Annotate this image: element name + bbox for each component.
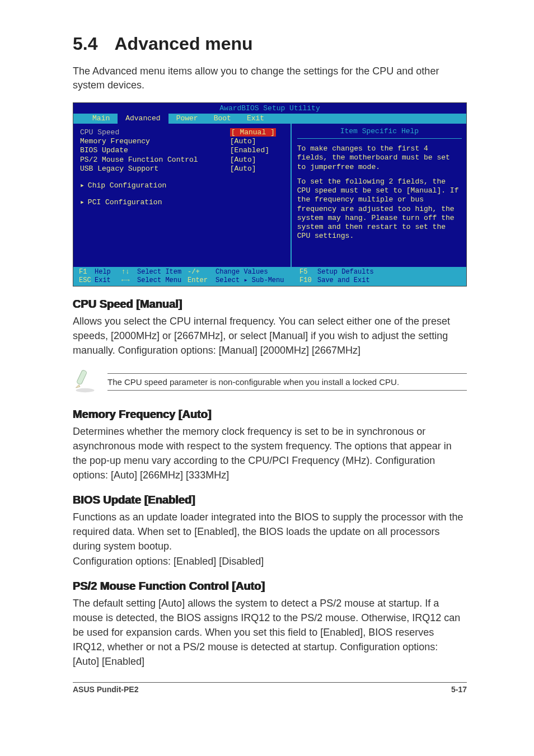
pencil-note-icon bbox=[73, 369, 97, 396]
bios-tab-main[interactable]: Main bbox=[85, 114, 118, 124]
footer-right: 5-17 bbox=[451, 685, 467, 694]
bios-value-memory-frequency: [Auto] bbox=[230, 137, 286, 146]
bios-item-usb-legacy[interactable]: USB Legacy Support bbox=[80, 165, 230, 173]
heading-number: 5.4 bbox=[73, 34, 97, 54]
bios-submenu-chip[interactable]: ▸Chip Configuration bbox=[80, 181, 286, 190]
bios-item-memory-frequency[interactable]: Memory Frequency bbox=[80, 137, 230, 146]
section-head-cpu-speed: CPU Speed [Manual] bbox=[73, 298, 467, 311]
section-head-memory-frequency: Memory Frequency [Auto] bbox=[73, 408, 467, 421]
svg-point-0 bbox=[76, 388, 95, 392]
bios-screenshot: AwardBIOS Setup Utility Main Advanced Po… bbox=[73, 102, 467, 286]
page-heading: 5.4Advanced menu bbox=[73, 34, 467, 54]
arrow-icon: ▸ bbox=[80, 198, 85, 206]
bios-tab-power[interactable]: Power bbox=[168, 114, 206, 124]
arrow-icon: ▸ bbox=[80, 181, 85, 190]
bios-item-ps2-mouse[interactable]: PS/2 Mouse Function Control bbox=[80, 156, 230, 165]
page-footer: ASUS Pundit-PE2 5-17 bbox=[73, 682, 467, 694]
heading-title: Advanced menu bbox=[114, 34, 252, 54]
bios-item-bios-update[interactable]: BIOS Update bbox=[80, 146, 230, 155]
section-head-ps2-mouse: PS/2 Mouse Function Control [Auto] bbox=[73, 580, 467, 593]
section-body-bios-update: Functions as an update loader integrated… bbox=[73, 510, 467, 568]
bios-value-bios-update: [Enabled] bbox=[230, 146, 286, 155]
bios-item-cpu-speed[interactable]: CPU Speed bbox=[80, 128, 230, 137]
svg-rect-1 bbox=[76, 370, 87, 385]
bios-left-pane: CPU Speed [ Manual ] Memory Frequency [A… bbox=[73, 124, 292, 267]
bios-help-p2: To set the following 2 fields, the CPU s… bbox=[297, 177, 462, 241]
bios-value-ps2-mouse: [Auto] bbox=[230, 156, 286, 165]
note-text: The CPU speed parameter is non-configura… bbox=[107, 373, 467, 391]
note-block: The CPU speed parameter is non-configura… bbox=[73, 369, 467, 396]
bios-value-usb-legacy: [Auto] bbox=[230, 165, 286, 173]
section-body-memory-frequency: Determines whether the memory clock freq… bbox=[73, 424, 467, 482]
bios-value-cpu-speed[interactable]: [ Manual ] bbox=[230, 128, 276, 137]
intro-text: The Advanced menu items allow you to cha… bbox=[73, 64, 467, 92]
bios-title: AwardBIOS Setup Utility bbox=[73, 103, 466, 113]
footer-left: ASUS Pundit-PE2 bbox=[73, 685, 138, 694]
bios-footer: F1 Help ↑↓ Select Item -/+ Change Values… bbox=[73, 267, 466, 286]
section-body-cpu-speed: Allows you select the CPU internal frequ… bbox=[73, 314, 467, 358]
bios-submenu-pci[interactable]: ▸PCI Configuration bbox=[80, 198, 286, 207]
bios-tab-bar: Main Advanced Power Boot Exit bbox=[73, 114, 466, 124]
bios-tab-boot[interactable]: Boot bbox=[206, 114, 239, 124]
bios-help-p1: To make changes to the first 4 fields, t… bbox=[297, 144, 462, 172]
bios-tab-advanced[interactable]: Advanced bbox=[118, 114, 168, 124]
section-body-ps2-mouse: The default setting [Auto] allows the sy… bbox=[73, 596, 467, 669]
svg-marker-2 bbox=[76, 384, 80, 388]
bios-tab-exit[interactable]: Exit bbox=[239, 114, 272, 124]
bios-help-pane: Item Specific Help To make changes to th… bbox=[292, 124, 466, 267]
section-head-bios-update: BIOS Update [Enabled] bbox=[73, 494, 467, 506]
bios-help-title: Item Specific Help bbox=[297, 127, 462, 139]
